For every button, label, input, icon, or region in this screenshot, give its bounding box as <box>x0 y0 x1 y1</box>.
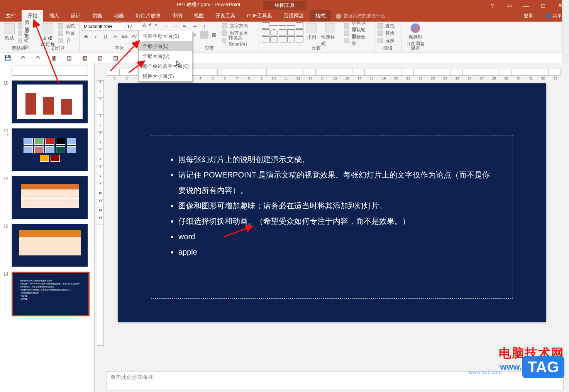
anim-star-icon: * <box>2 133 8 138</box>
arrange-icon <box>307 23 317 33</box>
layout-icon <box>58 23 63 29</box>
font-size-input[interactable] <box>125 22 141 31</box>
find-button[interactable]: 查找 <box>377 22 396 29</box>
tab-developer[interactable]: 开发工具 <box>210 10 241 22</box>
slide-thumb-14-selected[interactable]: • 照每张幻灯片上的说明创建演示文稿 • 请记住 POWERPOINT 是演示文… <box>12 272 90 316</box>
doc-title: PPT教程2.pptx - PowerPoint <box>177 1 240 10</box>
title-bar: PPT教程2.pptx - PowerPoint 绘图工具 ? ▭ — □ ✕ <box>0 0 569 11</box>
slide-thumb-11[interactable] <box>12 128 88 171</box>
cursor-icon <box>176 60 181 67</box>
qat-touch[interactable]: ▤ <box>66 54 73 61</box>
maximize-icon[interactable]: □ <box>537 0 550 11</box>
slide-thumb-9-partial[interactable] <box>12 66 88 76</box>
strike-button[interactable]: abc <box>120 32 129 40</box>
reset-icon <box>58 30 63 36</box>
font-name-input[interactable] <box>82 22 124 31</box>
section-button[interactable]: 节 <box>57 37 76 44</box>
restore-icon[interactable]: ▭ <box>503 0 516 11</box>
select-icon <box>378 38 383 43</box>
reset-button[interactable]: 重置 <box>57 30 76 37</box>
tab-animations[interactable]: 动画 <box>108 10 130 22</box>
change-case-menu: 句首字母大写(S) 全部小写(L) 全部大写(U) 每个单词首字大写(C) 切换… <box>138 31 192 82</box>
bullet-1[interactable]: 照每张幻灯片上的说明创建演示文稿。 <box>178 152 495 167</box>
numbering-button[interactable]: ≕ <box>171 22 180 30</box>
qat-extra1[interactable]: ▧ <box>97 54 103 61</box>
italic-button[interactable]: I <box>91 32 100 40</box>
case-sentence[interactable]: 句首字母大写(S) <box>139 31 192 41</box>
clear-format-button[interactable]: ✧ <box>153 22 159 31</box>
tab-slideshow[interactable]: 幻灯片放映 <box>130 10 166 22</box>
outdent-button[interactable]: ⇤ <box>181 22 189 30</box>
help-icon[interactable]: ? <box>486 0 499 11</box>
text-direction-button[interactable]: 文字方向 <box>221 22 257 29</box>
replace-icon <box>378 30 383 36</box>
bullet-4[interactable]: 仔细选择切换和动画。（希望受众如何专注于内容，而不是效果。） <box>178 213 495 229</box>
group-label-clipboard: 剪贴板 <box>0 45 37 52</box>
underline-button[interactable]: U <box>101 32 110 40</box>
bold-button[interactable]: B <box>82 32 90 40</box>
format-painter-button[interactable]: 格式刷 <box>17 37 34 44</box>
minimize-icon[interactable]: — <box>520 0 533 11</box>
tab-insert[interactable]: 插入 <box>43 10 65 22</box>
qat-more[interactable]: ▦ <box>81 54 88 61</box>
bullet-2[interactable]: 请记住 POWERPOINT 是演示文稿的视觉效果。每张幻灯片上的文字仅作为论点… <box>178 167 495 198</box>
login-button[interactable]: 登录 <box>518 10 539 22</box>
case-capword[interactable]: 每个单词首字大写(C) <box>139 61 192 71</box>
ribbon-tabs: 文件 开始 插入 设计 切换 动画 幻灯片放映 审阅 视图 开发工具 PDF工具… <box>0 11 569 22</box>
tab-design[interactable]: 设计 <box>65 10 86 22</box>
indent-button[interactable]: ⇥ <box>190 22 199 30</box>
content-textbox[interactable]: 照每张幻灯片上的说明创建演示文稿。 请记住 POWERPOINT 是演示文稿的视… <box>151 135 513 299</box>
tab-file[interactable]: 文件 <box>0 10 22 22</box>
tab-review[interactable]: 审阅 <box>166 10 188 22</box>
context-tab-header: 绘图工具 <box>263 1 307 10</box>
smartart-button[interactable]: 转换为 SmartArt <box>221 37 257 44</box>
ribbon: 粘贴 剪切 复制 格式刷 剪贴板 新建 幻灯片 版式 重置 节 幻灯片 A A … <box>0 22 569 52</box>
copy-icon <box>18 30 22 36</box>
shadow-button[interactable]: S <box>111 32 119 40</box>
fill-icon <box>344 23 349 29</box>
bullet-5[interactable]: word <box>178 229 495 244</box>
cloud-icon <box>410 23 420 33</box>
tab-format[interactable]: 格式 <box>310 10 331 22</box>
case-lower[interactable]: 全部小写(L) <box>139 41 192 51</box>
shape-effect-button[interactable]: 形状效果 <box>343 37 372 44</box>
columns-button[interactable]: ▥ <box>210 31 218 39</box>
effect-icon <box>344 38 349 43</box>
qat-save[interactable]: 💾 <box>4 54 11 61</box>
slide-thumb-10[interactable] <box>12 80 88 123</box>
slide-panel[interactable]: 10 11* 12 13 <box>0 63 95 392</box>
brush-icon <box>18 38 22 43</box>
group-label-editing: 编辑 <box>374 45 401 52</box>
shrink-font-button[interactable]: A <box>147 22 153 31</box>
qat-start[interactable]: ▣ <box>50 54 57 61</box>
grow-font-button[interactable]: A <box>141 22 147 31</box>
qat-redo[interactable]: ↷ <box>35 54 42 61</box>
vertical-ruler[interactable]: 32112345678910111213 <box>97 80 104 346</box>
slide-thumb-13[interactable] <box>12 224 88 267</box>
char-spacing-button[interactable]: AV <box>130 32 139 40</box>
qat-undo[interactable]: ↶ <box>19 54 26 61</box>
group-label-drawing: 绘图 <box>259 45 374 52</box>
qat-extra2[interactable]: ▨ <box>112 54 119 61</box>
slide-thumb-12[interactable] <box>12 176 88 219</box>
thumb-num-14: 14 <box>2 272 8 316</box>
select-button[interactable]: 选择 <box>377 37 396 44</box>
bullet-3[interactable]: 图像和图形可增加趣味；请务必在适当时将其添加到幻灯片。 <box>178 198 495 213</box>
case-upper[interactable]: 全部大写(U) <box>139 51 192 61</box>
find-icon <box>378 23 383 29</box>
case-toggle[interactable]: 切换大小写(T) <box>139 71 192 81</box>
current-slide[interactable]: 照每张幻灯片上的说明创建演示文稿。 请记住 POWERPOINT 是演示文稿的视… <box>118 83 546 322</box>
bullets-button[interactable]: ≔ <box>161 22 170 30</box>
tab-baidudisk[interactable]: 百度网盘 <box>278 10 310 22</box>
scissors-icon <box>18 23 22 29</box>
tab-transitions[interactable]: 切换 <box>86 10 108 22</box>
outline-icon <box>344 30 349 36</box>
linesp-button[interactable]: ↕ <box>200 22 208 30</box>
tab-pdf[interactable]: PDF工具集 <box>241 10 278 22</box>
layout-button[interactable]: 版式 <box>57 22 76 29</box>
bullet-6[interactable]: apple <box>178 244 495 260</box>
quickstyle-icon <box>325 23 335 33</box>
new-slide-icon <box>42 23 53 34</box>
tab-view[interactable]: 视图 <box>188 10 210 22</box>
replace-button[interactable]: 替换 <box>377 30 396 37</box>
